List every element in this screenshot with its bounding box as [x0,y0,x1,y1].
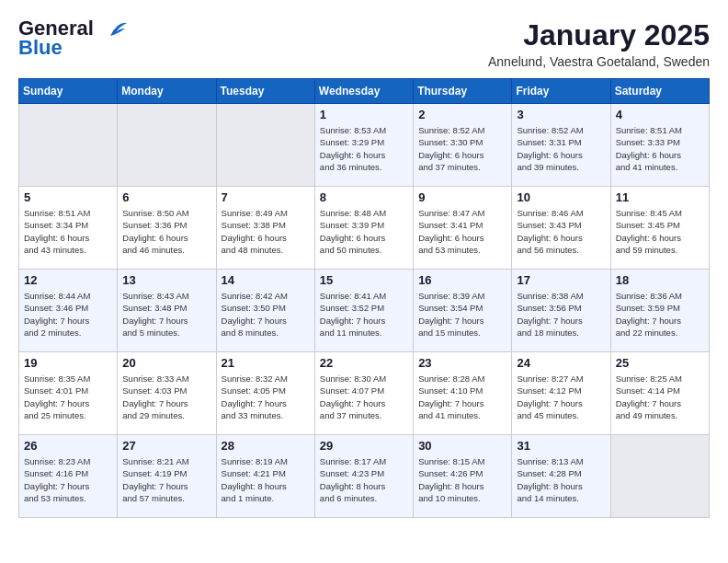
day-info: Sunrise: 8:27 AM Sunset: 4:12 PM Dayligh… [517,373,605,421]
day-number: 25 [616,356,704,370]
day-number: 17 [517,273,605,287]
day-number: 31 [517,439,605,453]
day-info: Sunrise: 8:50 AM Sunset: 3:36 PM Dayligh… [122,207,210,256]
day-info: Sunrise: 8:21 AM Sunset: 4:19 PM Dayligh… [122,455,210,504]
calendar-day-cell: 16Sunrise: 8:39 AM Sunset: 3:54 PM Dayli… [414,270,512,352]
day-info: Sunrise: 8:42 AM Sunset: 3:50 PM Dayligh… [222,290,310,339]
header-row: SundayMondayTuesdayWednesdayThursdayFrid… [19,79,710,104]
day-number: 1 [320,108,408,121]
day-number: 28 [222,439,310,453]
day-number: 19 [24,356,112,370]
day-info: Sunrise: 8:25 AM Sunset: 4:14 PM Dayligh… [616,373,704,421]
day-number: 20 [122,356,210,370]
calendar-day-cell: 28Sunrise: 8:19 AM Sunset: 4:21 PM Dayli… [216,435,314,518]
day-number: 11 [616,190,704,204]
day-info: Sunrise: 8:36 AM Sunset: 3:59 PM Dayligh… [616,290,704,339]
day-number: 10 [517,190,605,204]
calendar-day-cell: 6Sunrise: 8:50 AM Sunset: 3:36 PM Daylig… [118,187,216,270]
calendar-day-cell: 4Sunrise: 8:51 AM Sunset: 3:33 PM Daylig… [610,104,709,187]
weekday-header-sunday: Sunday [19,79,118,104]
day-number: 23 [418,356,506,370]
calendar-day-cell: 25Sunrise: 8:25 AM Sunset: 4:14 PM Dayli… [610,352,709,435]
day-number: 29 [320,439,408,453]
calendar-day-cell: 30Sunrise: 8:15 AM Sunset: 4:26 PM Dayli… [414,435,512,518]
calendar-day-cell: 2Sunrise: 8:52 AM Sunset: 3:30 PM Daylig… [414,104,512,187]
day-info: Sunrise: 8:49 AM Sunset: 3:38 PM Dayligh… [222,207,310,256]
day-info: Sunrise: 8:51 AM Sunset: 3:33 PM Dayligh… [616,124,704,173]
calendar-day-cell: 18Sunrise: 8:36 AM Sunset: 3:59 PM Dayli… [610,270,709,352]
day-info: Sunrise: 8:19 AM Sunset: 4:21 PM Dayligh… [222,455,310,504]
calendar-day-cell: 15Sunrise: 8:41 AM Sunset: 3:52 PM Dayli… [314,270,413,352]
calendar-day-cell [118,104,216,187]
day-info: Sunrise: 8:53 AM Sunset: 3:29 PM Dayligh… [320,124,408,173]
logo-blue: Blue [18,36,63,60]
month-title: January 2025 [488,18,710,52]
weekday-header-monday: Monday [118,79,216,104]
day-number: 26 [24,439,112,453]
day-info: Sunrise: 8:47 AM Sunset: 3:41 PM Dayligh… [418,207,506,256]
calendar-day-cell [216,104,314,187]
day-number: 9 [418,190,506,204]
calendar-day-cell: 5Sunrise: 8:51 AM Sunset: 3:34 PM Daylig… [19,187,118,270]
calendar-day-cell: 13Sunrise: 8:43 AM Sunset: 3:48 PM Dayli… [118,270,216,352]
calendar-week-row: 5Sunrise: 8:51 AM Sunset: 3:34 PM Daylig… [19,187,710,270]
day-info: Sunrise: 8:30 AM Sunset: 4:07 PM Dayligh… [320,373,408,421]
day-number: 8 [320,190,408,204]
day-number: 7 [222,190,310,204]
logo: General Blue [18,18,127,60]
calendar-table: SundayMondayTuesdayWednesdayThursdayFrid… [18,78,710,518]
calendar-week-row: 1Sunrise: 8:53 AM Sunset: 3:29 PM Daylig… [19,104,710,187]
day-number: 4 [616,108,704,121]
day-info: Sunrise: 8:52 AM Sunset: 3:30 PM Dayligh… [418,124,506,173]
calendar-day-cell [610,435,709,518]
weekday-header-friday: Friday [512,79,610,104]
day-info: Sunrise: 8:32 AM Sunset: 4:05 PM Dayligh… [222,373,310,421]
calendar-day-cell: 27Sunrise: 8:21 AM Sunset: 4:19 PM Dayli… [118,435,216,518]
day-info: Sunrise: 8:43 AM Sunset: 3:48 PM Dayligh… [122,290,210,339]
calendar-day-cell: 20Sunrise: 8:33 AM Sunset: 4:03 PM Dayli… [118,352,216,435]
calendar-day-cell: 9Sunrise: 8:47 AM Sunset: 3:41 PM Daylig… [414,187,512,270]
day-number: 6 [122,190,210,204]
calendar-day-cell: 29Sunrise: 8:17 AM Sunset: 4:23 PM Dayli… [314,435,413,518]
calendar-day-cell: 11Sunrise: 8:45 AM Sunset: 3:45 PM Dayli… [610,187,709,270]
calendar-week-row: 26Sunrise: 8:23 AM Sunset: 4:16 PM Dayli… [19,435,710,518]
calendar-week-row: 12Sunrise: 8:44 AM Sunset: 3:46 PM Dayli… [19,270,710,352]
calendar-day-cell: 10Sunrise: 8:46 AM Sunset: 3:43 PM Dayli… [512,187,610,270]
calendar-day-cell: 14Sunrise: 8:42 AM Sunset: 3:50 PM Dayli… [216,270,314,352]
day-info: Sunrise: 8:23 AM Sunset: 4:16 PM Dayligh… [24,455,112,504]
day-info: Sunrise: 8:41 AM Sunset: 3:52 PM Dayligh… [320,290,408,339]
day-number: 16 [418,273,506,287]
day-info: Sunrise: 8:51 AM Sunset: 3:34 PM Dayligh… [24,207,112,256]
day-number: 14 [222,273,310,287]
calendar-day-cell: 7Sunrise: 8:49 AM Sunset: 3:38 PM Daylig… [216,187,314,270]
day-info: Sunrise: 8:17 AM Sunset: 4:23 PM Dayligh… [320,455,408,504]
calendar-day-cell: 19Sunrise: 8:35 AM Sunset: 4:01 PM Dayli… [19,352,118,435]
day-info: Sunrise: 8:35 AM Sunset: 4:01 PM Dayligh… [24,373,112,421]
day-number: 21 [222,356,310,370]
logo-bird-icon [101,19,127,40]
day-number: 12 [24,273,112,287]
day-info: Sunrise: 8:33 AM Sunset: 4:03 PM Dayligh… [122,373,210,421]
calendar-day-cell: 12Sunrise: 8:44 AM Sunset: 3:46 PM Dayli… [19,270,118,352]
day-info: Sunrise: 8:28 AM Sunset: 4:10 PM Dayligh… [418,373,506,421]
calendar-day-cell: 3Sunrise: 8:52 AM Sunset: 3:31 PM Daylig… [512,104,610,187]
day-number: 18 [616,273,704,287]
calendar-day-cell: 8Sunrise: 8:48 AM Sunset: 3:39 PM Daylig… [314,187,413,270]
day-number: 2 [418,108,506,121]
day-number: 30 [418,439,506,453]
calendar-day-cell: 24Sunrise: 8:27 AM Sunset: 4:12 PM Dayli… [512,352,610,435]
day-info: Sunrise: 8:13 AM Sunset: 4:28 PM Dayligh… [517,455,605,504]
day-info: Sunrise: 8:46 AM Sunset: 3:43 PM Dayligh… [517,207,605,256]
calendar-day-cell: 1Sunrise: 8:53 AM Sunset: 3:29 PM Daylig… [314,104,413,187]
calendar-day-cell: 31Sunrise: 8:13 AM Sunset: 4:28 PM Dayli… [512,435,610,518]
day-number: 13 [122,273,210,287]
day-info: Sunrise: 8:15 AM Sunset: 4:26 PM Dayligh… [418,455,506,504]
calendar-day-cell: 17Sunrise: 8:38 AM Sunset: 3:56 PM Dayli… [512,270,610,352]
day-info: Sunrise: 8:48 AM Sunset: 3:39 PM Dayligh… [320,207,408,256]
day-info: Sunrise: 8:38 AM Sunset: 3:56 PM Dayligh… [517,290,605,339]
calendar-day-cell: 26Sunrise: 8:23 AM Sunset: 4:16 PM Dayli… [19,435,118,518]
page-header: General Blue January 2025 Annelund, Vaes… [18,18,710,69]
calendar-week-row: 19Sunrise: 8:35 AM Sunset: 4:01 PM Dayli… [19,352,710,435]
day-number: 15 [320,273,408,287]
day-number: 3 [517,108,605,121]
